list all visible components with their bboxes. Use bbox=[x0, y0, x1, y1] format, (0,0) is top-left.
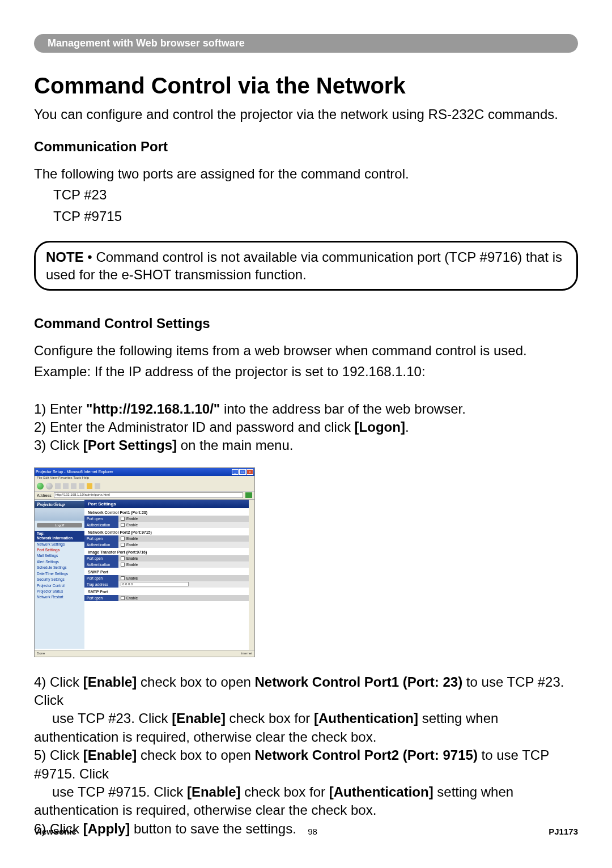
scrollbar[interactable] bbox=[249, 500, 254, 650]
nav-network-settings[interactable]: Network Settings bbox=[35, 542, 84, 547]
label-port-open-smtp: Port open bbox=[84, 595, 118, 601]
step-3: 3) Click [Port Settings] on the main men… bbox=[34, 436, 578, 454]
page-title: Command Control via the Network bbox=[34, 73, 578, 99]
section-nc1: Network Control Port1 (Port:23) bbox=[84, 508, 254, 516]
step-5: 5) Click [Enable] check box to open Netw… bbox=[34, 746, 578, 820]
tcp-port-1: TCP #23 bbox=[34, 186, 578, 203]
value-auth-2: Enable bbox=[118, 542, 254, 548]
footer-brand: ViewSonic bbox=[34, 827, 76, 836]
steps-top: 1) Enter "http://192.168.1.10/" into the… bbox=[34, 400, 578, 455]
nav-projector-control[interactable]: Projector Control bbox=[35, 583, 84, 589]
projector-image bbox=[35, 508, 84, 521]
main-panel: Port Settings Network Control Port1 (Por… bbox=[84, 500, 254, 649]
label-port-open-snmp: Port open bbox=[84, 575, 118, 581]
section-nc2: Network Control Port2 (Port:9715) bbox=[84, 528, 254, 535]
address-label: Address bbox=[37, 493, 52, 497]
search-icon[interactable] bbox=[79, 483, 84, 489]
ie-address-bar: Address http://192.168.1.10/admin/ports.… bbox=[35, 492, 254, 500]
window-title: Projector Setup - Microsoft Internet Exp… bbox=[36, 470, 113, 474]
statusbar: Done Internet bbox=[35, 650, 254, 657]
value-port-open-2: Enable bbox=[118, 535, 254, 542]
intro-text: You can configure and control the projec… bbox=[34, 105, 578, 123]
stop-icon[interactable] bbox=[55, 483, 61, 489]
nav-date-time[interactable]: Date/Time Settings bbox=[35, 571, 84, 577]
label-port-open-1: Port open bbox=[84, 516, 118, 522]
minimize-icon[interactable]: _ bbox=[232, 469, 239, 475]
note-box: NOTE • Command control is not available … bbox=[34, 241, 578, 291]
status-done: Done bbox=[37, 652, 45, 655]
favorites-icon[interactable] bbox=[87, 483, 92, 489]
value-port-open-1: Enable bbox=[118, 516, 254, 522]
nav-projector-status[interactable]: Projector Status bbox=[35, 589, 84, 594]
checkbox-nc2-open[interactable] bbox=[121, 537, 125, 541]
address-input[interactable]: http://192.168.1.10/admin/ports.html bbox=[54, 492, 243, 498]
label-trap: Trap address bbox=[84, 581, 118, 588]
ie-menubar[interactable]: File Edit View Favorites Tools Help bbox=[35, 476, 254, 482]
window-buttons: _ □ × bbox=[232, 469, 253, 475]
label-port-open-2: Port open bbox=[84, 535, 118, 542]
step-4: 4) Click [Enable] check box to open Netw… bbox=[34, 673, 578, 747]
nav-alert-settings[interactable]: Alert Settings bbox=[35, 559, 84, 565]
footer-model: PJ1173 bbox=[549, 827, 578, 836]
nav-security[interactable]: Security Settings bbox=[35, 577, 84, 582]
sidebar: ProjectorSetup Logoff Top: Network Infor… bbox=[35, 500, 84, 649]
label-auth-1: Authentication bbox=[84, 522, 118, 528]
tcp-port-2: TCP #9715 bbox=[34, 207, 578, 225]
checkbox-smtp-open[interactable] bbox=[121, 596, 125, 600]
footer-page-number: 98 bbox=[308, 827, 317, 836]
value-auth-3: Enable bbox=[118, 561, 254, 568]
value-port-open-3: Enable bbox=[118, 555, 254, 561]
ie-titlebar: Projector Setup - Microsoft Internet Exp… bbox=[35, 468, 254, 476]
note-text: • Command control is not available via c… bbox=[46, 249, 562, 282]
value-port-open-snmp: Enable bbox=[118, 575, 254, 581]
logoff-button[interactable]: Logoff bbox=[37, 523, 82, 527]
step-2: 2) Enter the Administrator ID and passwo… bbox=[34, 418, 578, 436]
checkbox-nc1-auth[interactable] bbox=[121, 523, 125, 527]
checkbox-img-open[interactable] bbox=[121, 556, 125, 560]
value-auth-1: Enable bbox=[118, 522, 254, 528]
steps-bottom: 4) Click [Enable] check box to open Netw… bbox=[34, 673, 578, 839]
home-icon[interactable] bbox=[71, 483, 76, 489]
settings-heading: Command Control Settings bbox=[34, 316, 578, 331]
sidebar-title: ProjectorSetup bbox=[35, 501, 84, 508]
section-img: Image Transfer Port (Port:9716) bbox=[84, 548, 254, 555]
footer: ViewSonic 98 PJ1173 bbox=[34, 827, 578, 836]
settings-text-2: Example: If the IP address of the projec… bbox=[34, 363, 578, 380]
section-smtp: SMTP Port bbox=[84, 588, 254, 595]
nav-top[interactable]: Top: Network Information bbox=[35, 531, 84, 542]
refresh-icon[interactable] bbox=[63, 483, 69, 489]
history-icon[interactable] bbox=[95, 483, 100, 489]
label-port-open-3: Port open bbox=[84, 555, 118, 561]
nav-mail-settings[interactable]: Mail Settings bbox=[35, 553, 84, 559]
port-settings-screenshot: Projector Setup - Microsoft Internet Exp… bbox=[34, 467, 255, 657]
forward-icon[interactable] bbox=[46, 483, 53, 490]
maximize-icon[interactable]: □ bbox=[239, 469, 246, 475]
comm-port-text: The following two ports are assigned for… bbox=[34, 165, 578, 182]
nav-network-restart[interactable]: Network Restart bbox=[35, 594, 84, 600]
section-snmp: SNMP Port bbox=[84, 568, 254, 575]
trap-address-input[interactable]: 0.0.0.0 bbox=[121, 582, 189, 586]
panel-title: Port Settings bbox=[84, 500, 254, 508]
settings-text-1: Configure the following items from a web… bbox=[34, 342, 578, 359]
ie-toolbar[interactable] bbox=[35, 482, 254, 492]
header-bar: Management with Web browser software bbox=[34, 34, 578, 53]
checkbox-snmp-open[interactable] bbox=[121, 576, 125, 580]
value-trap: 0.0.0.0 bbox=[118, 581, 254, 588]
close-icon[interactable]: × bbox=[246, 469, 253, 475]
value-port-open-smtp: Enable bbox=[118, 595, 254, 601]
checkbox-img-auth[interactable] bbox=[121, 563, 125, 567]
label-auth-2: Authentication bbox=[84, 542, 118, 548]
back-icon[interactable] bbox=[37, 483, 44, 490]
nav-schedule-settings[interactable]: Schedule Settings bbox=[35, 565, 84, 571]
nav-port-settings[interactable]: Port Settings bbox=[35, 547, 84, 553]
status-zone: Internet bbox=[241, 652, 252, 655]
label-auth-3: Authentication bbox=[84, 561, 118, 568]
checkbox-nc2-auth[interactable] bbox=[121, 543, 125, 547]
note-label: NOTE bbox=[46, 249, 84, 265]
comm-port-heading: Communication Port bbox=[34, 139, 578, 155]
checkbox-nc1-open[interactable] bbox=[121, 517, 125, 521]
go-icon[interactable] bbox=[245, 492, 252, 498]
step-1: 1) Enter "http://192.168.1.10/" into the… bbox=[34, 400, 578, 418]
